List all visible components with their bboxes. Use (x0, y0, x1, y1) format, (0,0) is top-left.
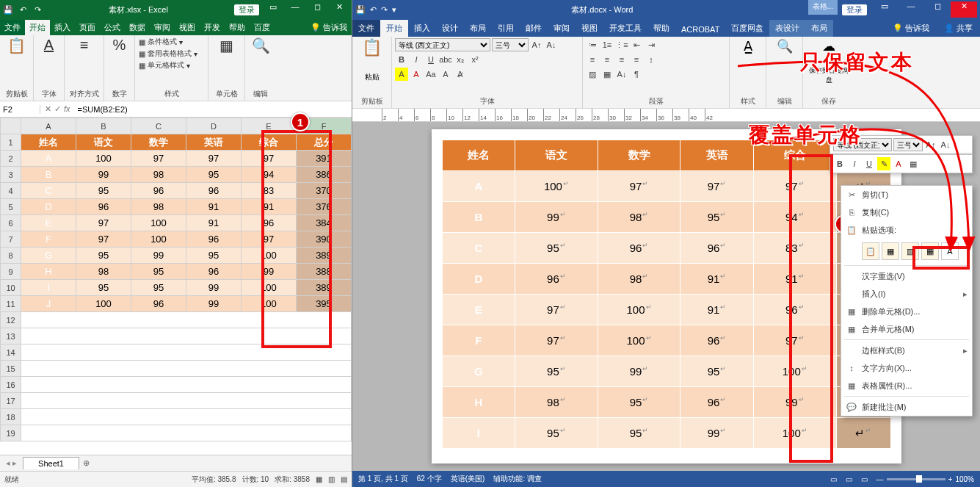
row-header[interactable]: 17 (1, 393, 21, 409)
cell[interactable]: 95 (186, 248, 242, 264)
maximize-icon[interactable]: ◻ (924, 1, 951, 18)
table-cell[interactable]: 99 (753, 387, 836, 418)
fx-icon[interactable]: fx (64, 104, 70, 114)
bullets-icon[interactable]: ≔ (586, 38, 599, 51)
mini-underline-icon[interactable]: U (863, 157, 876, 170)
cell[interactable]: 96 (131, 183, 186, 199)
col-header[interactable]: C (131, 118, 186, 134)
mini-font-color-icon[interactable]: A (892, 157, 905, 170)
cell[interactable] (21, 344, 352, 361)
table-cell[interactable]: A (442, 171, 515, 202)
cell[interactable]: 95 (131, 264, 186, 280)
row-header[interactable]: 14 (1, 344, 21, 361)
tab-dev[interactable]: 开发工具 (603, 20, 647, 37)
redo-icon[interactable]: ↷ (381, 5, 388, 15)
enter-icon[interactable]: ✓ (54, 104, 61, 114)
tab-layout[interactable]: 布局 (464, 20, 492, 37)
font-size-select[interactable]: 三号 (492, 38, 529, 51)
highlight-icon[interactable]: A (395, 68, 408, 81)
tab-dev[interactable]: 开发 (200, 20, 225, 35)
table-cell[interactable]: 97 (598, 171, 680, 202)
row-header[interactable]: 8 (1, 248, 21, 264)
table-cell[interactable]: 100 (515, 171, 598, 202)
cell[interactable]: 384 (297, 215, 352, 231)
styles-icon[interactable]: A̲ (744, 38, 752, 54)
tab-review[interactable]: 审阅 (150, 20, 175, 35)
cell[interactable]: 95 (76, 183, 131, 199)
cell[interactable]: 100 (76, 296, 131, 312)
cell[interactable]: 100 (242, 248, 297, 264)
table-cell[interactable]: 95 (598, 418, 680, 449)
cell[interactable] (21, 328, 352, 344)
view-print-icon[interactable]: ▭ (846, 475, 852, 483)
grow-font-icon[interactable]: A↑ (530, 38, 543, 51)
cell[interactable]: 391 (297, 151, 352, 167)
cells-icon[interactable]: ▦ (219, 37, 233, 54)
ctx-merge-cells[interactable]: ▦合并单元格(M) (841, 320, 972, 338)
numbering-icon[interactable]: 1≡ (600, 38, 614, 51)
table-cell[interactable]: 97 (680, 171, 754, 202)
share-button[interactable]: 👤 共享 (937, 20, 980, 37)
table-header[interactable]: 综合 (753, 140, 836, 171)
cell[interactable]: 96 (186, 183, 242, 199)
tab-layout[interactable]: 页面 (75, 20, 100, 35)
mini-italic-icon[interactable]: I (848, 157, 861, 170)
table-cell[interactable]: 91 (753, 264, 836, 295)
font-icon[interactable]: A (44, 37, 54, 54)
name-box[interactable]: F2 (0, 105, 40, 114)
cell[interactable]: 98 (76, 264, 131, 280)
show-marks-icon[interactable]: ¶ (630, 68, 643, 81)
table-cell[interactable]: 96 (680, 233, 754, 264)
tab-formulas[interactable]: 公式 (100, 20, 125, 35)
cell[interactable]: 390 (297, 231, 352, 248)
cell[interactable]: 100 (131, 231, 186, 248)
cell[interactable]: 96 (242, 215, 297, 231)
cell[interactable] (21, 361, 352, 377)
excel-grid[interactable]: ABCDEF1姓名语文数学英语综合总分2A1009797973913B99989… (0, 118, 352, 455)
cell[interactable] (21, 425, 352, 441)
row-header[interactable]: 6 (1, 215, 21, 231)
cell[interactable]: 388 (297, 264, 352, 280)
cell[interactable]: 91 (186, 199, 242, 215)
cell[interactable]: 95 (131, 280, 186, 296)
cell[interactable]: 姓名 (21, 134, 76, 151)
justify-icon[interactable]: ≡ (630, 53, 643, 66)
cell[interactable]: 98 (131, 199, 186, 215)
table-cell[interactable]: 97 (515, 295, 598, 325)
table-cell[interactable]: 91 (680, 295, 754, 325)
paste-keep-source-icon[interactable]: 📋 (862, 242, 879, 260)
tab-file[interactable]: 文件 (0, 20, 25, 35)
cell[interactable]: 100 (76, 151, 131, 167)
paste-merge-icon[interactable]: ▥ (901, 242, 919, 260)
cell[interactable]: 97 (76, 231, 131, 248)
cell[interactable]: 389 (297, 280, 352, 296)
row-header[interactable]: 19 (1, 425, 21, 441)
tab-table-layout[interactable]: 布局 (805, 20, 833, 37)
cell[interactable]: 95 (76, 248, 131, 264)
font-color-icon[interactable]: A (410, 68, 423, 81)
tab-help[interactable]: 帮助 (647, 20, 675, 37)
table-cell[interactable]: 99 (515, 202, 598, 233)
cell[interactable]: 97 (186, 151, 242, 167)
col-header[interactable]: B (76, 118, 131, 134)
cond-format-button[interactable]: ▦ 条件格式 ▾ (139, 37, 205, 47)
change-case-icon[interactable]: Aa (424, 68, 438, 81)
table-cell[interactable]: H (442, 387, 515, 418)
cell[interactable]: 97 (242, 231, 297, 248)
cell[interactable]: 97 (76, 215, 131, 231)
tab-home[interactable]: 开始 (25, 20, 50, 35)
table-cell[interactable]: F (442, 325, 515, 356)
table-cell[interactable]: G (442, 356, 515, 387)
status-lang[interactable]: 英语(美国) (451, 474, 485, 484)
clear-format-icon[interactable]: A̷ (454, 68, 467, 81)
row-header[interactable]: 12 (1, 312, 21, 328)
table-cell[interactable]: D (442, 264, 515, 295)
dedent-icon[interactable]: ⇤ (630, 38, 643, 51)
col-header[interactable]: E (242, 118, 297, 134)
table-cell[interactable]: 83 (753, 233, 836, 264)
table-cell[interactable]: 99 (680, 418, 754, 449)
cell[interactable]: 99 (242, 264, 297, 280)
table-cell[interactable]: I (442, 418, 515, 449)
add-sheet-button[interactable]: ⊕ (79, 458, 94, 468)
cell[interactable]: 91 (186, 215, 242, 231)
